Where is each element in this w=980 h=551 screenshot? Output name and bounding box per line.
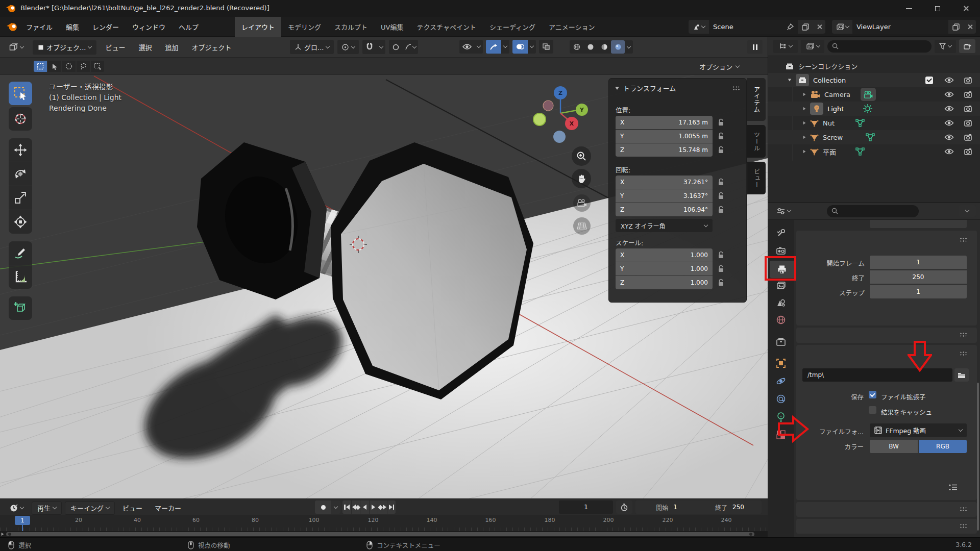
disable-render-camera-icon[interactable] xyxy=(964,105,973,113)
region-toggle-arrow[interactable] xyxy=(2,533,4,536)
play-reverse-button[interactable] xyxy=(360,500,369,514)
playback-dropdown[interactable]: 再生 xyxy=(32,502,62,515)
menu-render[interactable]: レンダー xyxy=(88,19,124,34)
properties-scrollbar[interactable] xyxy=(977,383,979,531)
mesh-data-icon[interactable] xyxy=(855,119,865,127)
gizmo-visibility-dropdown[interactable] xyxy=(475,40,483,54)
tab-uv-editing[interactable]: UV編集 xyxy=(374,17,410,37)
outliner-row-collection[interactable]: Collection xyxy=(768,73,980,87)
outliner-row-camera[interactable]: Camera xyxy=(768,87,980,102)
shading-rendered-button[interactable] xyxy=(611,40,625,54)
keying-dropdown[interactable]: キーイング xyxy=(65,502,115,515)
lock-icon[interactable] xyxy=(718,178,724,186)
editor-type-button[interactable] xyxy=(4,40,29,55)
shading-dropdown[interactable] xyxy=(625,40,633,54)
mode-dropdown[interactable]: オブジェク... xyxy=(33,40,96,55)
prev-keyframe-button[interactable] xyxy=(352,500,360,514)
drag-handle[interactable] xyxy=(960,507,967,512)
menu-object[interactable]: オブジェクト xyxy=(187,40,236,55)
gizmos-dropdown[interactable] xyxy=(501,40,509,54)
camera-view-button[interactable] xyxy=(573,194,591,212)
scene-name-field[interactable]: Scene xyxy=(709,20,798,34)
current-frame-field[interactable]: 1 xyxy=(559,500,613,514)
navigation-gizmo[interactable]: Z Y X xyxy=(530,81,596,149)
tool-select-box[interactable] xyxy=(9,82,32,105)
view-layer-new-button[interactable] xyxy=(948,20,964,34)
expand-icon[interactable] xyxy=(788,79,791,82)
tool-transform[interactable] xyxy=(9,210,32,234)
select-tweak-button[interactable] xyxy=(48,61,61,72)
outliner-search-input[interactable] xyxy=(827,40,932,53)
scale-x-slider[interactable]: X1.000 xyxy=(616,248,713,262)
tab-tool-icon[interactable] xyxy=(776,228,786,238)
timeline-scrollbar-track[interactable] xyxy=(0,531,768,537)
hide-eye-icon[interactable] xyxy=(944,105,954,112)
disable-render-camera-icon[interactable] xyxy=(964,119,973,127)
lock-icon[interactable] xyxy=(718,206,724,214)
scrollbar-handle-left[interactable] xyxy=(8,533,11,536)
drag-handle[interactable] xyxy=(960,351,967,356)
proportional-editing-toggle[interactable] xyxy=(389,40,403,54)
menu-window[interactable]: ウィンドウ xyxy=(128,19,170,34)
orthographic-toggle-button[interactable] xyxy=(573,217,591,235)
auto-keying-toggle[interactable] xyxy=(315,500,331,514)
disable-render-camera-icon[interactable] xyxy=(964,91,973,98)
lock-icon[interactable] xyxy=(718,118,724,127)
drag-handle[interactable] xyxy=(732,86,740,91)
scale-y-slider[interactable]: Y1.000 xyxy=(616,262,713,276)
outliner-row-scene-collection[interactable]: シーンコレクション xyxy=(768,59,980,73)
tab-constraints-icon[interactable] xyxy=(776,394,786,404)
menu-help[interactable]: ヘルプ xyxy=(174,19,203,34)
pin-icon[interactable] xyxy=(787,23,794,31)
minimize-button[interactable] xyxy=(895,0,923,17)
pause-render-button[interactable] xyxy=(747,40,763,54)
snap-dropdown[interactable] xyxy=(377,40,385,54)
tab-world-icon[interactable] xyxy=(776,315,786,325)
close-button[interactable] xyxy=(952,0,980,17)
view-layer-name-field[interactable]: ViewLayer xyxy=(852,20,948,34)
tab-object-icon[interactable] xyxy=(776,358,786,368)
color-bw-button[interactable]: BW xyxy=(870,440,918,453)
maximize-button[interactable] xyxy=(923,0,952,17)
tab-collection-icon[interactable] xyxy=(776,337,786,347)
sidebar-tab-view[interactable]: ビュー xyxy=(747,162,766,194)
menu-view[interactable]: ビュー xyxy=(101,40,130,55)
tool-cursor[interactable] xyxy=(9,107,32,131)
rotation-x-slider[interactable]: X37.261° xyxy=(616,176,713,189)
tab-shading[interactable]: シェーディング xyxy=(483,17,542,37)
rotation-y-slider[interactable]: Y3.1637° xyxy=(616,189,713,203)
expand-icon[interactable] xyxy=(803,136,806,139)
disable-render-camera-icon[interactable] xyxy=(964,134,973,141)
light-data-icon[interactable] xyxy=(863,104,873,114)
clipped-framerate-field[interactable] xyxy=(870,220,967,228)
select-extend-button[interactable] xyxy=(91,61,104,72)
lock-icon[interactable] xyxy=(718,251,724,259)
drag-handle[interactable] xyxy=(960,237,967,242)
timeline-ruler[interactable] xyxy=(0,515,768,531)
tab-render-icon[interactable] xyxy=(776,246,786,256)
new-collection-button[interactable] xyxy=(959,39,975,53)
hide-eye-icon[interactable] xyxy=(944,134,954,141)
menu-edit[interactable]: 編集 xyxy=(61,19,84,34)
lock-icon[interactable] xyxy=(718,265,724,273)
sidebar-tab-item[interactable]: アイテム xyxy=(747,78,766,121)
scene-new-button[interactable] xyxy=(798,20,813,34)
tool-annotate[interactable] xyxy=(9,241,32,265)
outliner-row-light[interactable]: Light xyxy=(768,102,980,116)
next-keyframe-button[interactable] xyxy=(378,500,387,514)
frame-end-field[interactable]: 250 xyxy=(870,270,967,284)
location-z-slider[interactable]: Z15.748 m xyxy=(616,143,713,157)
overlays-dropdown[interactable] xyxy=(528,40,536,54)
outliner-filter-dropdown[interactable] xyxy=(935,40,956,53)
xray-toggle[interactable] xyxy=(539,40,553,54)
timeline-editor-type-button[interactable] xyxy=(4,502,29,515)
expand-icon[interactable] xyxy=(803,121,806,124)
end-frame-field[interactable]: 終了 250 xyxy=(698,500,761,514)
outliner-row-screw[interactable]: Screw xyxy=(768,130,980,144)
panel-collapse-icon[interactable] xyxy=(615,87,619,90)
timeline-menu-view[interactable]: ビュー xyxy=(118,500,147,515)
mesh-data-icon[interactable] xyxy=(866,133,875,141)
disable-render-camera-icon[interactable] xyxy=(964,77,973,84)
snap-toggle[interactable] xyxy=(362,40,377,54)
pivot-point-dropdown[interactable] xyxy=(337,40,359,54)
